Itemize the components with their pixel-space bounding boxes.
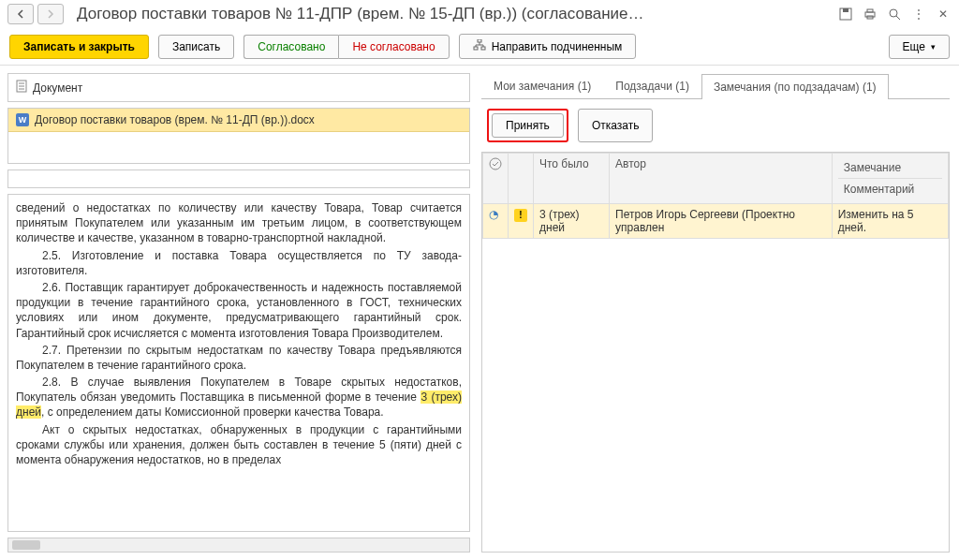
hierarchy-icon: [473, 39, 486, 53]
more-button[interactable]: Еще ▾: [889, 35, 950, 59]
col-note-comment[interactable]: Замечание Комментарий: [832, 154, 948, 204]
document-list: W Договор поставки товаров (врем. № 11-Д…: [7, 108, 470, 164]
more-icon[interactable]: ⋮: [910, 6, 927, 22]
notes-table: Что было Автор Замечание Комментарий ◔ !…: [482, 153, 949, 239]
agreed-button[interactable]: Согласовано: [243, 35, 338, 59]
col-flag[interactable]: [509, 154, 534, 204]
svg-rect-3: [867, 9, 873, 12]
svg-rect-7: [478, 39, 481, 42]
accept-highlight: Принять: [487, 109, 568, 142]
document-content[interactable]: сведений о недостатках по количеству или…: [7, 194, 470, 532]
svg-rect-8: [474, 47, 478, 50]
save-icon[interactable]: [837, 6, 854, 22]
nav-back-button[interactable]: [7, 4, 34, 24]
svg-line-6: [896, 16, 900, 20]
cell-what: 3 (трех) дней: [534, 204, 610, 239]
document-item[interactable]: W Договор поставки товаров (врем. № 11-Д…: [8, 109, 469, 132]
window-title: Договор поставки товаров № 11-ДПР (врем.…: [77, 5, 834, 23]
tab-notes-subtasks[interactable]: Замечания (по подзадачам) (1): [701, 74, 889, 99]
table-row[interactable]: ◔ ! 3 (трех) дней Петров Игорь Сергееви …: [483, 204, 949, 239]
warning-icon: !: [514, 209, 527, 222]
svg-point-5: [890, 9, 897, 17]
clock-icon: ◔: [489, 208, 498, 221]
svg-rect-9: [481, 47, 485, 50]
tab-my-notes[interactable]: Мои замечания (1): [481, 73, 603, 98]
col-what-was[interactable]: Что было: [534, 154, 610, 204]
spacer-bar: [7, 169, 470, 188]
print-icon[interactable]: [862, 6, 878, 22]
cell-author: Петров Игорь Сергееви (Проектно управлен: [610, 204, 833, 239]
chevron-down-icon: ▾: [931, 42, 936, 52]
reject-button[interactable]: Отказать: [578, 109, 654, 142]
tab-subtasks[interactable]: Подзадачи (1): [603, 73, 701, 98]
search-icon[interactable]: [886, 6, 903, 22]
cell-note: Изменить на 5 дней.: [832, 204, 948, 239]
horizontal-scrollbar[interactable]: [7, 538, 470, 553]
col-author[interactable]: Автор: [610, 154, 833, 204]
document-section-header: Документ: [7, 73, 470, 102]
save-close-button[interactable]: Записать и закрыть: [9, 35, 149, 59]
close-icon[interactable]: ✕: [935, 6, 952, 22]
forward-button[interactable]: Направить подчиненным: [459, 34, 637, 59]
svg-rect-1: [843, 8, 848, 12]
document-icon: [16, 80, 27, 96]
nav-forward-button[interactable]: [37, 4, 64, 24]
not-agreed-button[interactable]: Не согласовано: [338, 35, 449, 59]
save-button[interactable]: Записать: [158, 35, 234, 59]
word-file-icon: W: [16, 113, 29, 126]
svg-point-18: [490, 158, 501, 169]
col-check[interactable]: [483, 154, 509, 204]
accept-button[interactable]: Принять: [492, 113, 564, 138]
